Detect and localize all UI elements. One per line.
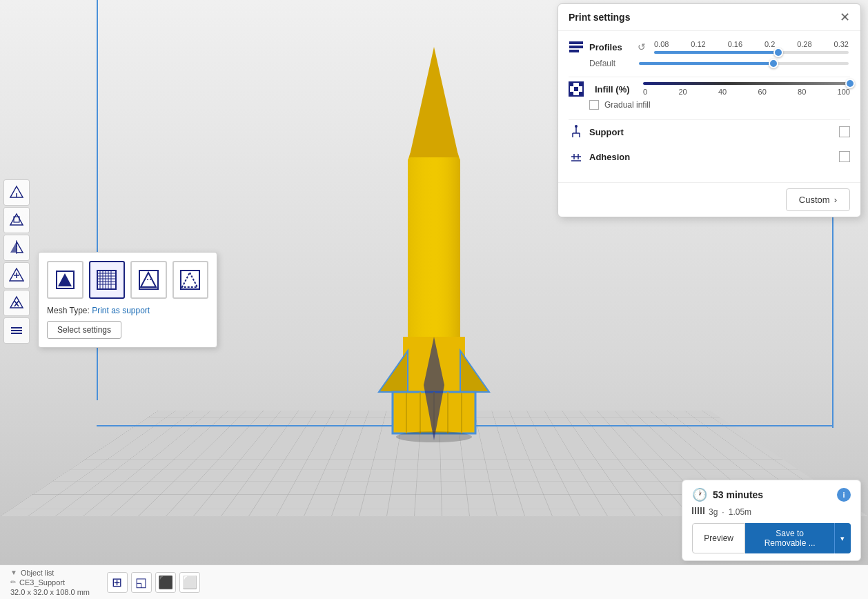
print-settings-panel: Print settings ✕ Profiles ↺ 0.08 0.12 0.… xyxy=(558,3,861,217)
print-time-header: 🕐 53 minutes i xyxy=(692,487,851,502)
mesh-icons-row xyxy=(47,261,208,299)
time-label: 53 minutes xyxy=(713,489,763,500)
panel-close-button[interactable]: ✕ xyxy=(840,11,850,23)
profiles-slider-thumb[interactable] xyxy=(773,48,783,57)
mesh-type-label: Mesh Type: Print as support xyxy=(47,306,208,315)
default-slider-thumb[interactable] xyxy=(769,59,778,68)
panel-body: Profiles ↺ 0.08 0.12 0.16 0.2 0.28 0.32 xyxy=(558,31,860,182)
clock-icon: 🕐 xyxy=(692,487,707,502)
mesh-support-button[interactable] xyxy=(89,261,126,299)
left-toolbar xyxy=(3,179,31,344)
adhesion-label: Adhesion xyxy=(589,152,839,162)
material-icon xyxy=(692,506,704,518)
material-separator: · xyxy=(722,507,724,517)
mesh-normal-button[interactable] xyxy=(47,261,83,299)
svg-rect-51 xyxy=(569,41,583,44)
profiles-slider-fill xyxy=(654,51,778,54)
svg-marker-22 xyxy=(17,242,23,253)
select-settings-button[interactable]: Select settings xyxy=(47,321,121,339)
object-list-item: ▼ Object list xyxy=(10,569,90,577)
bottom-action-icons: ⊞ ◱ ⬛ ⬜ xyxy=(107,572,200,593)
layer-view-button[interactable] xyxy=(3,317,30,344)
profiles-slider-container: 0.08 0.12 0.16 0.2 0.28 0.32 xyxy=(653,40,850,54)
object-name-item: ✏ CE3_Support xyxy=(10,578,90,587)
save-to-removable-button[interactable]: Save to Removable ... xyxy=(745,523,834,553)
infill-track[interactable] xyxy=(643,82,850,85)
preview-button[interactable]: Preview xyxy=(692,523,745,553)
infill-slider-wrap: 0 20 40 60 80 100 xyxy=(643,82,850,96)
panel-divider-1 xyxy=(569,77,850,77)
rotate-tool-button[interactable] xyxy=(3,179,30,206)
adhesion-row: Adhesion xyxy=(569,149,850,164)
adhesion-checkbox[interactable] xyxy=(839,151,850,162)
svg-marker-34 xyxy=(58,273,72,286)
svg-rect-52 xyxy=(569,46,583,48)
panel-divider-2 xyxy=(569,119,850,120)
infill-thumb[interactable] xyxy=(845,79,855,88)
object-list-label: Object list xyxy=(21,569,54,577)
bottom-action-1[interactable]: ⊞ xyxy=(107,572,128,593)
save-dropdown-button[interactable]: ▾ xyxy=(834,523,851,553)
svg-point-58 xyxy=(575,125,578,128)
bottom-action-3[interactable]: ⬛ xyxy=(155,572,176,593)
print-time-left: 🕐 53 minutes xyxy=(692,487,763,502)
bottom-action-2[interactable]: ◱ xyxy=(131,572,152,593)
profiles-slider-labels: 0.08 0.12 0.16 0.2 0.28 0.32 xyxy=(653,40,850,48)
gradual-infill-label: Gradual infill xyxy=(604,100,651,110)
svg-marker-1 xyxy=(408,47,460,164)
gradual-infill-row: Gradual infill xyxy=(569,100,850,110)
support-row: Support xyxy=(569,124,850,139)
collapse-icon[interactable]: ▼ xyxy=(10,569,17,576)
material-info: 3g · 1.05m xyxy=(692,506,851,518)
custom-button-arrow: › xyxy=(834,195,837,205)
svg-marker-27 xyxy=(10,297,23,308)
support-blocker-button[interactable] xyxy=(3,290,30,316)
svg-rect-3 xyxy=(408,157,460,351)
object-dimensions: 32.0 x 32.0 x 108.0 mm xyxy=(10,588,90,596)
profiles-icon xyxy=(569,39,584,55)
infill-row: Infill (%) 0 20 40 60 80 100 xyxy=(569,81,850,97)
per-model-settings-button[interactable] xyxy=(3,262,30,288)
support-label: Support xyxy=(589,127,839,137)
reset-profiles-button[interactable]: ↺ xyxy=(638,41,646,52)
print-time-card: 🕐 53 minutes i 3g · 1.05m Preview Save t… xyxy=(682,480,861,561)
default-slider-track[interactable] xyxy=(639,62,849,65)
material-weight: 3g xyxy=(709,507,718,517)
adhesion-icon xyxy=(569,149,584,164)
panel-title: Print settings xyxy=(569,12,630,23)
custom-button-label: Custom xyxy=(799,195,830,205)
custom-button[interactable]: Custom › xyxy=(786,188,850,211)
infill-label: Infill (%) xyxy=(595,84,643,95)
mesh-cutting-button[interactable] xyxy=(172,261,209,299)
3d-viewport: Mesh Type: Print as support Select setti… xyxy=(0,0,868,599)
svg-marker-21 xyxy=(10,242,17,253)
default-row: Default xyxy=(569,59,850,68)
default-slider-container xyxy=(638,62,850,65)
profiles-label: Profiles xyxy=(589,42,631,52)
svg-marker-19 xyxy=(10,214,23,225)
material-length: 1.05m xyxy=(729,507,751,517)
mesh-type-value: Print as support xyxy=(92,306,150,315)
edit-icon[interactable]: ✏ xyxy=(10,578,16,586)
mirror-tool-button[interactable] xyxy=(3,235,30,261)
support-icon xyxy=(569,124,584,139)
svg-rect-53 xyxy=(569,50,579,52)
gradual-infill-checkbox[interactable] xyxy=(589,100,599,110)
scale-tool-button[interactable] xyxy=(3,207,30,233)
bottom-action-4[interactable]: ⬜ xyxy=(179,572,200,593)
default-label: Default xyxy=(589,59,631,68)
support-checkbox[interactable] xyxy=(839,126,850,137)
mesh-infill-button[interactable] xyxy=(130,261,167,299)
rocket-model[interactable] xyxy=(365,40,503,454)
print-buttons: Preview Save to Removable ... ▾ xyxy=(692,523,851,553)
mesh-type-panel: Mesh Type: Print as support Select setti… xyxy=(38,252,217,348)
default-slider-fill xyxy=(639,62,773,65)
panel-header: Print settings ✕ xyxy=(558,4,860,31)
profiles-slider-track[interactable] xyxy=(654,51,849,54)
custom-btn-row: Custom › xyxy=(558,182,860,217)
rocket-svg xyxy=(365,40,503,454)
bottom-bar: ▼ Object list ✏ CE3_Support 32.0 x 32.0 … xyxy=(0,564,868,599)
profiles-row: Profiles ↺ 0.08 0.12 0.16 0.2 0.28 0.32 xyxy=(569,39,850,55)
info-button[interactable]: i xyxy=(837,488,851,502)
infill-icon xyxy=(569,81,584,97)
